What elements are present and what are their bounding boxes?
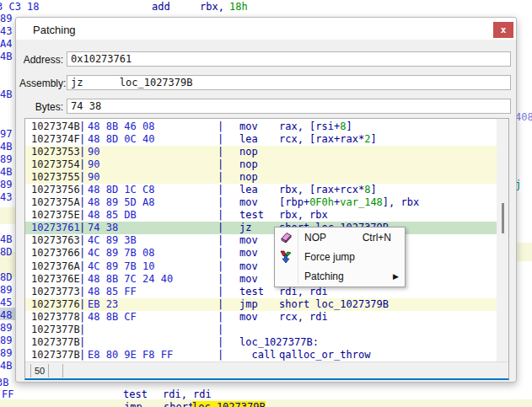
submenu-arrow-icon: ▶ — [393, 272, 399, 281]
disasm-row[interactable]: 10273761|74 38|jzshort loc_1027379B — [25, 222, 497, 234]
disasm-row[interactable]: 10273756|48 8D 1C C8|learbx, [rax+rcx*8] — [25, 184, 497, 196]
background-text: 4B — [0, 233, 12, 245]
disasm-row[interactable]: 1027376E|48 8B 7C 24 40|mov — [25, 273, 497, 286]
row-mnemonic: nop — [239, 171, 258, 184]
background-text: FF — [2, 388, 13, 400]
row-bytes: 4C 89 7B 08 — [88, 247, 154, 260]
background-text: 97 — [0, 128, 12, 140]
column-separator: | — [79, 146, 85, 158]
column-separator: | — [79, 324, 85, 336]
row-address: 1027375E — [31, 209, 80, 222]
operand-segment: [rbp+ — [279, 196, 309, 208]
disasm-row[interactable]: 1027374B|48 8B 46 08|movrax, [rsi+8] — [25, 120, 497, 133]
disasm-row[interactable]: 1027376A|4C 89 7B 10|mov — [25, 260, 497, 273]
scrollbar-thumb[interactable] — [502, 203, 504, 233]
row-bytes: 90 — [88, 171, 99, 184]
background-text: rbx, — [200, 1, 224, 13]
background-text: 4B — [0, 88, 12, 100]
disasm-row[interactable]: 10273755|90|nop — [25, 171, 497, 184]
column-separator: | — [218, 209, 223, 222]
background-text: short — [164, 401, 194, 407]
force-jump-icon — [279, 250, 293, 264]
background-text: 89 — [0, 284, 12, 296]
row-address: 10273755 — [31, 171, 80, 184]
menu-item-patching[interactable]: Patching ▶ — [275, 267, 405, 287]
row-bytes: E8 80 9E F8 FF — [88, 349, 173, 361]
background-text: 45 — [0, 297, 12, 308]
background-text: 89 — [0, 322, 12, 334]
footer-divider — [62, 364, 63, 378]
row-mnemonic: mov — [239, 196, 258, 209]
menu-item-label: Force jump — [304, 251, 355, 263]
scrollbar[interactable] — [497, 119, 508, 361]
menu-item-nop[interactable]: NOP Ctrl+N — [275, 228, 405, 248]
row-mnemonic: nop — [239, 146, 258, 158]
column-separator: | — [218, 324, 223, 336]
column-separator: | — [218, 120, 223, 133]
disasm-row[interactable]: 1027377B|| — [25, 324, 497, 336]
background-text: test — [123, 388, 148, 400]
column-separator: | — [218, 184, 223, 196]
column-separator: | — [218, 171, 223, 184]
close-icon[interactable]: x — [493, 22, 513, 38]
background-text: 3 C3 18 — [0, 1, 40, 13]
column-separator: | — [79, 349, 85, 361]
row-mnemonic: lea — [239, 184, 258, 196]
disasm-row[interactable]: 10273763|4C 89 3B|mov — [25, 234, 497, 247]
disasm-row[interactable]: 1027377B|E8 80 9E F8 FF| callqalloc_or_t… — [25, 349, 497, 361]
background-text: 18h — [229, 1, 248, 13]
row-address: 1027374B — [31, 120, 80, 133]
disasm-row[interactable]: 1027375A|48 89 5D A8|mov[rbp+0F0h+var_14… — [25, 196, 497, 209]
operand-segment: qalloc_or_throw — [279, 349, 370, 361]
row-mnemonic: mov — [239, 273, 258, 286]
column-separator: | — [218, 260, 223, 273]
column-separator: | — [218, 196, 223, 209]
column-separator: | — [79, 158, 85, 171]
row-bytes: 74 38 — [88, 222, 118, 234]
column-separator: | — [79, 209, 85, 222]
disasm-row[interactable]: 10273773|48 85 FF|testrdi, rdi — [25, 286, 497, 298]
assembly-input[interactable] — [67, 75, 511, 90]
bytes-input[interactable] — [67, 99, 511, 114]
column-separator: | — [218, 158, 223, 171]
operand-segment: ], rbx — [383, 196, 419, 208]
background-text: 43 — [0, 25, 12, 37]
background-text: 89 — [0, 179, 12, 190]
row-operands: rcx, [rax+rax*2] — [279, 133, 377, 146]
operand-segment: ] — [370, 133, 376, 145]
disasm-row[interactable]: 10273753|90|nop — [25, 146, 497, 158]
row-bytes: 48 8B 46 08 — [88, 120, 154, 133]
disasm-row[interactable]: 10273778|48 8B CF|movrcx, rdi — [25, 311, 497, 324]
row-mnemonic: test — [239, 286, 264, 298]
disasm-row[interactable]: 10273766|4C 89 7B 08|mov — [25, 247, 497, 260]
disasm-row[interactable]: 10273754|90|nop — [25, 158, 497, 171]
row-mnemonic: loc_1027377B: — [239, 336, 319, 349]
row-bytes: 48 85 FF — [88, 286, 137, 298]
row-address: 1027376E — [31, 273, 80, 286]
background-text: loc_1027379B — [192, 401, 266, 407]
disasm-row[interactable]: 10273776|EB 23|jmpshort loc_1027379B — [25, 298, 497, 311]
eraser-icon — [279, 231, 293, 244]
background-text: 89 — [0, 347, 12, 359]
background-text: 4B — [0, 141, 12, 153]
disasm-row[interactable]: 1027374F|48 8D 0C 40|learcx, [rax+rax*2] — [25, 133, 497, 146]
operand-segment: rax, [rsi+ — [279, 120, 340, 132]
menu-item-force-jump[interactable]: Force jump — [275, 248, 405, 267]
bytes-label: Bytes: — [19, 101, 63, 113]
disassembly-listing: 1027374B|48 8B 46 08|movrax, [rsi+8]1027… — [24, 118, 509, 380]
disasm-row[interactable]: 1027377B||loc_1027377B: — [25, 336, 497, 349]
row-bytes: 4C 89 3B — [88, 234, 137, 247]
column-separator: | — [79, 260, 85, 273]
row-address: 10273754 — [31, 158, 80, 171]
column-separator: | — [79, 120, 85, 133]
row-bytes: EB 23 — [88, 298, 118, 311]
column-separator: | — [218, 286, 223, 298]
operand-segment: var_148 — [340, 196, 383, 208]
address-input[interactable] — [67, 51, 511, 67]
assembly-label: Assembly: — [19, 78, 63, 89]
column-separator: | — [79, 247, 85, 260]
dialog-title: Patching — [33, 24, 76, 36]
row-address: 10273778 — [31, 311, 80, 324]
disasm-row[interactable]: 1027375E|48 85 DB|testrbx, rbx — [25, 209, 497, 222]
background-text: 408 — [515, 111, 532, 123]
